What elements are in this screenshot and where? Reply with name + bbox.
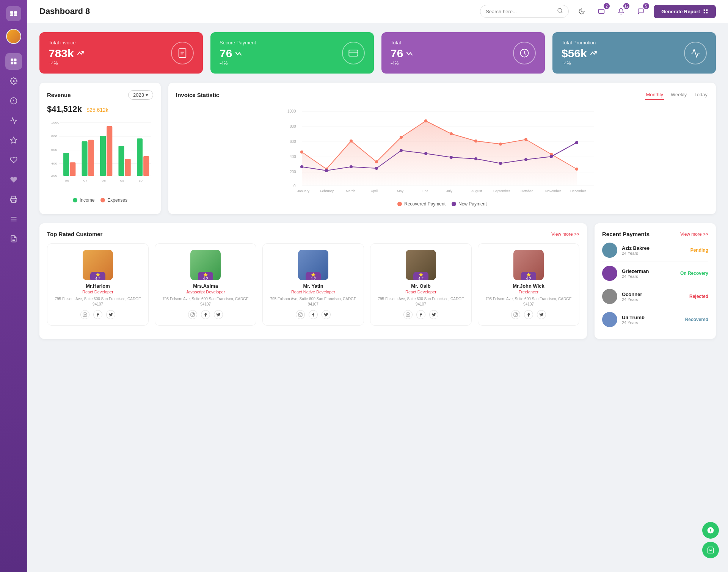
tab-weekly[interactable]: Weekly bbox=[670, 90, 687, 100]
legend-new-payment: New Payment bbox=[452, 201, 487, 207]
tab-monthly[interactable]: Monthly bbox=[645, 90, 664, 100]
payment-status: Rejected bbox=[689, 294, 708, 299]
svg-point-120 bbox=[516, 313, 517, 314]
svg-point-87 bbox=[424, 152, 427, 155]
customers-header: Top Rated Customer View more >> bbox=[47, 231, 579, 237]
payment-status: On Recovery bbox=[680, 271, 708, 276]
svg-rect-45 bbox=[88, 140, 94, 176]
stat-card-promotion: Total Promotion $56k +4% bbox=[552, 32, 716, 74]
expenses-dot bbox=[100, 198, 105, 202]
year-select[interactable]: 2023 ▾ bbox=[128, 90, 153, 100]
sidebar-item-dashboard[interactable] bbox=[5, 53, 22, 70]
svg-point-107 bbox=[84, 314, 86, 315]
facebook-icon[interactable] bbox=[309, 310, 318, 319]
svg-rect-5 bbox=[14, 59, 17, 61]
revenue-title: Revenue bbox=[47, 92, 71, 98]
stat-value-promotion: $56k bbox=[562, 47, 598, 60]
svg-point-72 bbox=[350, 139, 353, 143]
stats-row: Total invoice 783k +4% Secure Payment 76 bbox=[39, 32, 716, 74]
customer-address: 795 Folsom Ave, Suite 600 San Francisco,… bbox=[52, 296, 144, 307]
sidebar-item-settings[interactable] bbox=[5, 73, 22, 89]
sidebar-item-document[interactable] bbox=[5, 230, 22, 247]
svg-rect-25 bbox=[706, 12, 708, 13]
invoice-header: Invoice Statistic Monthly Weekly Today bbox=[176, 90, 708, 100]
facebook-icon[interactable] bbox=[201, 310, 210, 319]
svg-point-89 bbox=[474, 157, 477, 160]
twitter-icon[interactable] bbox=[214, 310, 223, 319]
stat-value-payment: 76 bbox=[220, 47, 256, 60]
search-input[interactable] bbox=[486, 9, 554, 14]
facebook-icon[interactable] bbox=[416, 310, 425, 319]
svg-rect-13 bbox=[12, 200, 16, 203]
sidebar-item-analytics[interactable] bbox=[5, 112, 22, 129]
invoice-tabs: Monthly Weekly Today bbox=[645, 90, 708, 100]
customers-view-more[interactable]: View more >> bbox=[551, 232, 579, 237]
svg-rect-2 bbox=[10, 14, 13, 16]
invoice-card: Invoice Statistic Monthly Weekly Today 1… bbox=[168, 83, 716, 214]
svg-point-78 bbox=[499, 143, 502, 146]
payment-age: 24 Years bbox=[622, 320, 681, 325]
instagram-icon[interactable] bbox=[403, 310, 413, 319]
payment-status: Pending bbox=[690, 248, 708, 253]
customer-photo: ⭐ 4.2 bbox=[513, 250, 544, 280]
svg-point-93 bbox=[575, 141, 578, 144]
payments-view-more[interactable]: View more >> bbox=[680, 232, 708, 237]
customer-name: Mr. Yatin bbox=[267, 283, 359, 289]
messages-button[interactable]: 5 bbox=[634, 5, 648, 18]
svg-point-84 bbox=[350, 165, 353, 168]
customer-socials bbox=[160, 310, 251, 319]
instagram-icon[interactable] bbox=[188, 310, 197, 319]
svg-point-83 bbox=[325, 169, 328, 172]
float-cart-button[interactable] bbox=[702, 542, 719, 558]
sidebar-item-menu[interactable] bbox=[5, 211, 22, 227]
generate-report-button[interactable]: Generate Report bbox=[654, 5, 716, 18]
notifications-button[interactable]: 12 bbox=[614, 5, 628, 18]
wallet-button[interactable]: 2 bbox=[595, 5, 608, 18]
twitter-icon[interactable] bbox=[537, 310, 546, 319]
sidebar-item-heart2[interactable] bbox=[5, 171, 22, 188]
svg-point-70 bbox=[300, 150, 303, 154]
svg-point-19 bbox=[558, 8, 562, 13]
sidebar-item-info[interactable] bbox=[5, 92, 22, 109]
instagram-icon[interactable] bbox=[511, 310, 520, 319]
twitter-icon[interactable] bbox=[322, 310, 331, 319]
customers-card: Top Rated Customer View more >> ⭐ 4.2 Mr… bbox=[39, 223, 587, 339]
revenue-main-amount: $41,512k bbox=[47, 104, 82, 114]
float-support-button[interactable] bbox=[702, 522, 719, 539]
svg-rect-3 bbox=[14, 14, 17, 16]
facebook-icon[interactable] bbox=[524, 310, 533, 319]
header: Dashboard 8 2 12 5 bbox=[27, 0, 728, 23]
sidebar-logo[interactable] bbox=[6, 6, 21, 21]
svg-rect-4 bbox=[11, 59, 14, 61]
svg-rect-49 bbox=[125, 159, 131, 176]
sidebar-item-favorites[interactable] bbox=[5, 132, 22, 149]
svg-rect-44 bbox=[82, 141, 88, 176]
invoice-legend: Recovered Payment New Payment bbox=[176, 201, 708, 207]
search-icon[interactable] bbox=[557, 8, 563, 15]
customer-card: ⭐ 4.2 Mr.Hariom React Developer 795 Fols… bbox=[47, 243, 149, 326]
svg-text:February: February bbox=[320, 189, 334, 193]
sidebar-item-heart[interactable] bbox=[5, 152, 22, 168]
theme-toggle-button[interactable] bbox=[575, 5, 588, 18]
twitter-icon[interactable] bbox=[106, 310, 115, 319]
stat-trend-total: -4% bbox=[391, 61, 414, 66]
svg-rect-50 bbox=[137, 138, 143, 176]
user-avatar[interactable] bbox=[6, 29, 21, 44]
stat-card-invoice: Total invoice 783k +4% bbox=[39, 32, 203, 74]
payment-age: 24 Years bbox=[622, 297, 685, 302]
sidebar-item-print[interactable] bbox=[5, 191, 22, 208]
svg-rect-115 bbox=[406, 313, 410, 317]
svg-rect-112 bbox=[298, 313, 302, 317]
tab-today[interactable]: Today bbox=[693, 90, 708, 100]
payments-list: Aziz Bakree 24 Years Pending Griezerman … bbox=[602, 239, 708, 331]
facebook-icon[interactable] bbox=[93, 310, 102, 319]
instagram-icon[interactable] bbox=[296, 310, 305, 319]
legend-income: Income bbox=[73, 197, 94, 203]
payments-title: Recent Payments bbox=[602, 231, 650, 237]
stat-trend-promotion: +4% bbox=[562, 61, 598, 66]
instagram-icon[interactable] bbox=[80, 310, 89, 319]
twitter-icon[interactable] bbox=[429, 310, 438, 319]
svg-text:200: 200 bbox=[51, 174, 57, 177]
revenue-amounts: $41,512k $25,612k bbox=[47, 104, 153, 114]
payment-age: 24 Years bbox=[622, 274, 676, 279]
